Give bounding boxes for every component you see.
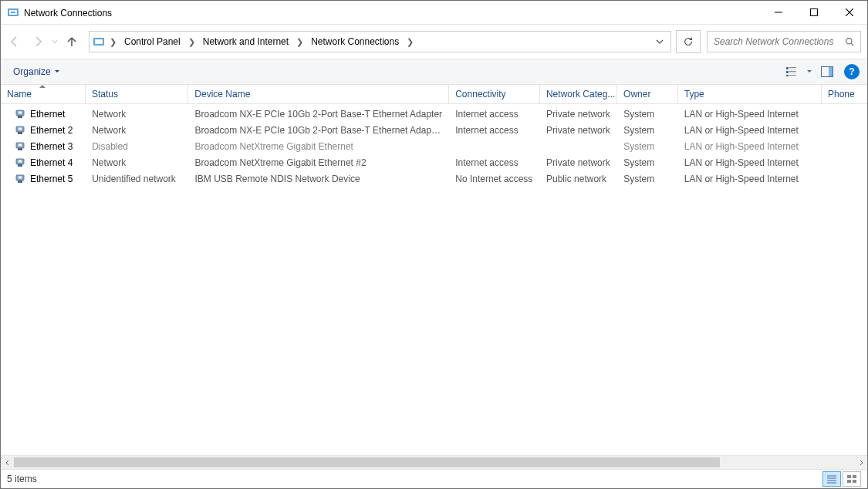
svg-rect-8 bbox=[95, 39, 103, 44]
view-options-dropdown[interactable] bbox=[804, 62, 815, 81]
chevron-right-icon[interactable]: ❯ bbox=[185, 37, 198, 47]
address-bar[interactable]: ❯ Control Panel ❯ Network and Internet ❯… bbox=[89, 31, 671, 52]
column-header-phone[interactable]: Phone bbox=[822, 85, 867, 103]
search-box[interactable] bbox=[707, 31, 861, 52]
refresh-button[interactable] bbox=[676, 30, 701, 53]
cell-owner: System bbox=[617, 125, 678, 136]
cell-connectivity: Internet access bbox=[449, 109, 540, 120]
table-row[interactable]: Ethernet 2NetworkBroadcom NX-E PCIe 10Gb… bbox=[1, 122, 867, 138]
cell-connectivity: No Internet access bbox=[449, 174, 540, 184]
chevron-down-icon bbox=[806, 69, 812, 75]
breadcrumb-control-panel[interactable]: Control Panel bbox=[121, 34, 184, 49]
svg-point-9 bbox=[846, 38, 851, 43]
column-header-status[interactable]: Status bbox=[86, 85, 188, 103]
forward-button[interactable] bbox=[27, 31, 49, 52]
table-row[interactable]: Ethernet 5Unidentified networkIBM USB Re… bbox=[1, 170, 867, 187]
location-icon bbox=[93, 35, 105, 48]
cell-device: Broadcom NX-E PCIe 10Gb 2-Port Base-T Et… bbox=[189, 125, 450, 136]
scroll-track[interactable] bbox=[14, 456, 854, 469]
svg-rect-34 bbox=[18, 180, 22, 183]
status-bar: 5 items bbox=[1, 469, 867, 488]
cell-status: Disabled bbox=[86, 141, 188, 152]
back-button[interactable] bbox=[4, 31, 25, 52]
large-icons-view-button[interactable] bbox=[843, 471, 861, 487]
svg-rect-23 bbox=[19, 111, 22, 113]
cell-owner: System bbox=[617, 141, 678, 152]
svg-rect-31 bbox=[18, 164, 22, 167]
scroll-right-button[interactable] bbox=[854, 456, 867, 469]
column-header-owner[interactable]: Owner bbox=[617, 85, 678, 103]
cell-type: LAN or High-Speed Internet bbox=[678, 174, 822, 184]
table-row[interactable]: Ethernet 3DisabledBroadcom NetXtreme Gig… bbox=[1, 138, 867, 154]
cell-category: Private network bbox=[540, 109, 617, 120]
column-header-category[interactable]: Network Categ... bbox=[540, 85, 617, 103]
cell-name: Ethernet 2 bbox=[1, 125, 86, 136]
breadcrumb-network-and-internet[interactable]: Network and Internet bbox=[200, 34, 292, 49]
cell-status: Unidentified network bbox=[86, 174, 188, 184]
chevron-right-icon[interactable]: ❯ bbox=[106, 37, 120, 47]
app-icon bbox=[7, 6, 19, 19]
recent-locations-dropdown[interactable] bbox=[50, 39, 59, 45]
minimize-button[interactable] bbox=[761, 1, 796, 24]
svg-rect-29 bbox=[19, 143, 22, 146]
svg-rect-17 bbox=[786, 75, 789, 76]
cell-category: Private network bbox=[540, 125, 617, 136]
svg-rect-32 bbox=[19, 160, 22, 162]
svg-rect-13 bbox=[789, 69, 796, 69]
scroll-thumb[interactable] bbox=[14, 457, 720, 467]
close-button[interactable] bbox=[832, 1, 867, 24]
svg-rect-20 bbox=[829, 67, 833, 76]
horizontal-scrollbar[interactable] bbox=[1, 455, 867, 469]
cell-type: LAN or High-Speed Internet bbox=[678, 109, 822, 120]
svg-rect-4 bbox=[811, 9, 818, 16]
breadcrumb-network-connections[interactable]: Network Connections bbox=[308, 34, 402, 49]
svg-rect-15 bbox=[789, 71, 796, 72]
chevron-right-icon[interactable]: ❯ bbox=[404, 37, 417, 47]
cell-device: Broadcom NX-E PCIe 10Gb 2-Port Base-T Et… bbox=[189, 109, 450, 120]
cell-name: Ethernet bbox=[1, 109, 86, 120]
cell-type: LAN or High-Speed Internet bbox=[678, 157, 822, 168]
scroll-left-button[interactable] bbox=[1, 456, 14, 469]
column-header-name[interactable]: Name bbox=[1, 85, 86, 103]
svg-rect-25 bbox=[18, 132, 22, 134]
network-adapter-icon bbox=[15, 109, 25, 120]
svg-rect-22 bbox=[18, 116, 22, 118]
table-row[interactable]: Ethernet 4NetworkBroadcom NetXtreme Giga… bbox=[1, 154, 867, 170]
status-text: 5 items bbox=[7, 474, 37, 484]
titlebar: Network Connections bbox=[1, 1, 867, 25]
organize-label: Organize bbox=[13, 66, 51, 77]
maximize-button[interactable] bbox=[796, 1, 832, 24]
search-icon[interactable] bbox=[843, 37, 856, 47]
svg-rect-11 bbox=[786, 67, 789, 69]
help-button[interactable]: ? bbox=[844, 64, 860, 79]
svg-rect-35 bbox=[19, 176, 22, 178]
cell-status: Network bbox=[86, 157, 188, 168]
preview-pane-button[interactable] bbox=[816, 62, 838, 81]
svg-rect-18 bbox=[789, 75, 796, 76]
network-adapter-icon bbox=[15, 157, 25, 168]
cell-connectivity: Internet access bbox=[449, 157, 540, 168]
cell-name: Ethernet 4 bbox=[1, 157, 86, 168]
svg-rect-12 bbox=[789, 67, 796, 68]
column-header-type[interactable]: Type bbox=[678, 85, 822, 103]
svg-rect-28 bbox=[18, 148, 22, 150]
column-header-connectivity[interactable]: Connectivity bbox=[449, 85, 540, 103]
organize-menu[interactable]: Organize bbox=[8, 63, 65, 80]
chevron-right-icon[interactable]: ❯ bbox=[293, 37, 306, 47]
up-button[interactable] bbox=[61, 31, 83, 52]
svg-rect-41 bbox=[853, 475, 856, 478]
network-adapter-icon bbox=[15, 125, 25, 136]
svg-rect-2 bbox=[11, 12, 15, 13]
details-view-button[interactable] bbox=[822, 471, 841, 487]
table-row[interactable]: EthernetNetworkBroadcom NX-E PCIe 10Gb 2… bbox=[1, 106, 867, 122]
cell-name: Ethernet 3 bbox=[1, 141, 86, 152]
cell-device: IBM USB Remote NDIS Network Device bbox=[189, 174, 450, 184]
view-options-button[interactable] bbox=[781, 62, 802, 81]
cell-connectivity: Internet access bbox=[449, 125, 540, 136]
cell-status: Network bbox=[86, 109, 188, 120]
cell-device: Broadcom NetXtreme Gigabit Ethernet #2 bbox=[189, 157, 450, 168]
address-history-dropdown[interactable] bbox=[652, 32, 667, 51]
search-input[interactable] bbox=[712, 35, 843, 48]
cell-status: Network bbox=[86, 125, 188, 136]
column-header-device-name[interactable]: Device Name bbox=[188, 85, 449, 103]
